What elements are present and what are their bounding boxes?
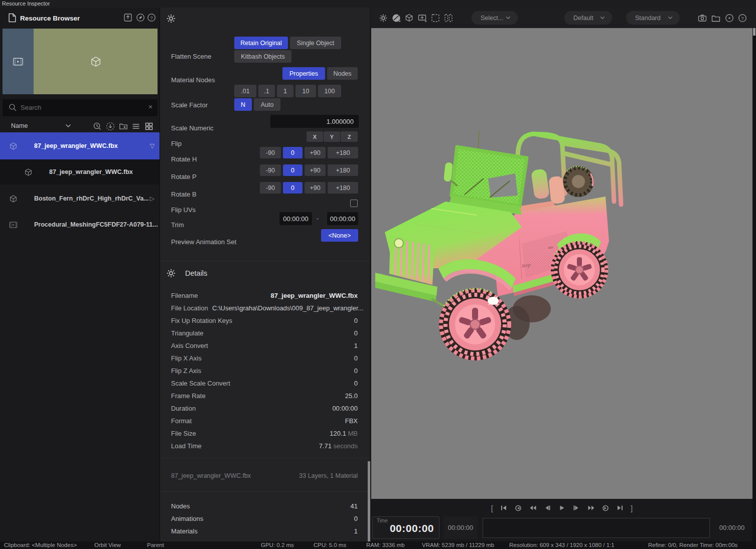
- detail-label: Triangulate: [171, 329, 204, 337]
- flatten-retain-original-button[interactable]: Retain Original: [234, 37, 288, 49]
- skip-end-button[interactable]: [616, 504, 624, 511]
- detail-label: Flip X Axis: [171, 354, 202, 362]
- flip-x-button[interactable]: X: [307, 131, 323, 142]
- export-icon[interactable]: [123, 13, 132, 22]
- scale-auto-button[interactable]: Auto: [254, 98, 280, 111]
- rotate-p-minus90-button[interactable]: -90: [260, 164, 281, 176]
- help-icon[interactable]: ?: [147, 13, 156, 22]
- grid-view-icon[interactable]: [144, 122, 154, 131]
- skip-start-button[interactable]: [500, 504, 508, 511]
- list-item-procedural[interactable]: Procedural_MeshingFC5FDF27-A079-11...: [0, 213, 160, 237]
- flip-y-button[interactable]: Y: [324, 131, 340, 142]
- cube-display-icon[interactable]: [405, 14, 413, 22]
- viewport-panel: Select... Default Standard ?: [371, 8, 756, 541]
- scale-100-button[interactable]: 100: [318, 85, 341, 97]
- chevron-down-icon[interactable]: [65, 124, 71, 128]
- viewport-canvas[interactable]: Jeep: [371, 28, 752, 499]
- detail-value: 25.0: [345, 392, 358, 400]
- step-forward-button[interactable]: [572, 504, 580, 511]
- split-view-icon[interactable]: [444, 14, 453, 23]
- material-nodes-button[interactable]: Nodes: [327, 67, 358, 80]
- rotate-h-minus90-button[interactable]: -90: [260, 147, 281, 158]
- select-dropdown[interactable]: Select...: [472, 11, 518, 25]
- flatten-kitbash-objects-button[interactable]: Kitbash Objects: [234, 50, 291, 63]
- flip-uvs-checkbox[interactable]: [350, 200, 358, 207]
- trim-from-input[interactable]: 00:00:00: [279, 212, 312, 225]
- stat-label: Animations: [171, 515, 203, 522]
- scale-numeric-input[interactable]: 1.000000: [270, 115, 359, 128]
- shading-mode-icon[interactable]: [392, 14, 401, 23]
- document-icon: [8, 13, 17, 23]
- pin-icon[interactable]: [136, 13, 145, 22]
- scrollbar-thumb[interactable]: [368, 461, 370, 541]
- flatten-single-object-button[interactable]: Single Object: [290, 37, 341, 49]
- folder-icon[interactable]: [711, 15, 720, 22]
- rotate-p-plus90-button[interactable]: +90: [305, 164, 326, 176]
- sort-by-label[interactable]: Name: [11, 122, 28, 129]
- expand-icon[interactable]: ▷: [150, 195, 155, 202]
- detail-value: 0: [354, 317, 358, 324]
- timeline-track[interactable]: [483, 518, 710, 538]
- play-reverse-loop-button[interactable]: [514, 504, 522, 511]
- viewport-scrollbar-thumb[interactable]: [753, 28, 755, 36]
- zoom-history-icon[interactable]: [93, 122, 102, 131]
- rotate-b-minus90-button[interactable]: -90: [260, 182, 281, 194]
- rotate-h-plus90-button[interactable]: +90: [305, 147, 326, 158]
- trim-to-input[interactable]: 00:00:00: [327, 212, 358, 225]
- rotate-b-0-button[interactable]: 0: [283, 182, 303, 194]
- resource-browser-panel: Resource Browser ? Search ×: [0, 8, 160, 541]
- scale-1-button[interactable]: .1: [258, 85, 275, 97]
- material-properties-button[interactable]: Properties: [282, 67, 325, 80]
- details-title: Details: [185, 269, 207, 277]
- time-current[interactable]: 00:00:00: [443, 516, 478, 539]
- help-icon[interactable]: ?: [738, 14, 747, 23]
- play-button[interactable]: [558, 504, 566, 511]
- detail-label: File Location: [171, 304, 208, 312]
- play-loop-button[interactable]: [601, 504, 610, 511]
- flip-uvs-label: Flip UVs: [171, 206, 196, 214]
- status-vram: VRAM: 5239 mb / 11229 mb: [422, 542, 494, 548]
- detail-value: 0: [354, 329, 358, 337]
- scale-n-button[interactable]: N: [234, 98, 252, 111]
- camera-icon[interactable]: [698, 14, 707, 22]
- shading-preset-dropdown[interactable]: Standard: [626, 11, 680, 25]
- viewport-scrollbar[interactable]: [752, 28, 756, 541]
- display-options-icon[interactable]: [418, 14, 427, 23]
- rotate-b-plus180-button[interactable]: +180: [328, 182, 358, 194]
- download-icon[interactable]: [106, 122, 115, 131]
- time-display[interactable]: Time 00:00:00: [372, 516, 439, 539]
- thumbnail-procedural[interactable]: [3, 29, 34, 94]
- collapse-icon[interactable]: ▽: [150, 142, 155, 149]
- detail-label: Fix Up Rotation Keys: [171, 317, 232, 324]
- rotate-p-plus180-button[interactable]: +180: [328, 164, 358, 176]
- rewind-button[interactable]: [529, 504, 537, 511]
- scale-01-button[interactable]: .01: [234, 85, 256, 97]
- rotate-h-plus180-button[interactable]: +180: [328, 147, 358, 158]
- clear-search-icon[interactable]: ×: [148, 103, 153, 111]
- svg-text:?: ?: [741, 16, 743, 21]
- detail-label: Axis Convert: [171, 342, 208, 349]
- scale-10-button[interactable]: 10: [295, 85, 316, 97]
- list-item-jeep[interactable]: 87_jeep_wrangler_WWC.fbx ▽: [0, 132, 160, 159]
- list-item-jeep-child[interactable]: 87_jeep_wrangler_WWC.fbx: [0, 159, 160, 185]
- gear-icon[interactable]: [167, 14, 176, 23]
- scale-one-button[interactable]: 1: [277, 85, 293, 97]
- gear-icon[interactable]: [379, 14, 387, 22]
- rotate-b-plus90-button[interactable]: +90: [305, 182, 326, 194]
- list-item-label: 87_jeep_wrangler_WWC.fbx: [34, 142, 118, 149]
- record-icon[interactable]: [725, 14, 734, 23]
- rotate-p-0-button[interactable]: 0: [283, 164, 303, 176]
- flip-z-button[interactable]: Z: [341, 131, 358, 142]
- new-folder-icon[interactable]: [119, 122, 128, 131]
- rotate-h-0-button[interactable]: 0: [283, 147, 303, 158]
- status-gpu: GPU: 0.2 ms: [261, 542, 294, 548]
- thumbnail-jeep[interactable]: [34, 29, 158, 94]
- fast-forward-button[interactable]: [587, 504, 595, 511]
- preview-animation-set-button[interactable]: <None>: [321, 229, 358, 242]
- list-item-fern[interactable]: Boston_Fern_rhDrC_High_rhDrC_Va... ▷: [0, 187, 160, 211]
- list-view-icon[interactable]: [131, 122, 140, 131]
- camera-preset-dropdown[interactable]: Default: [564, 11, 612, 25]
- step-back-button[interactable]: [543, 504, 551, 511]
- search-input[interactable]: Search ×: [3, 99, 158, 116]
- marquee-select-icon[interactable]: [431, 14, 440, 23]
